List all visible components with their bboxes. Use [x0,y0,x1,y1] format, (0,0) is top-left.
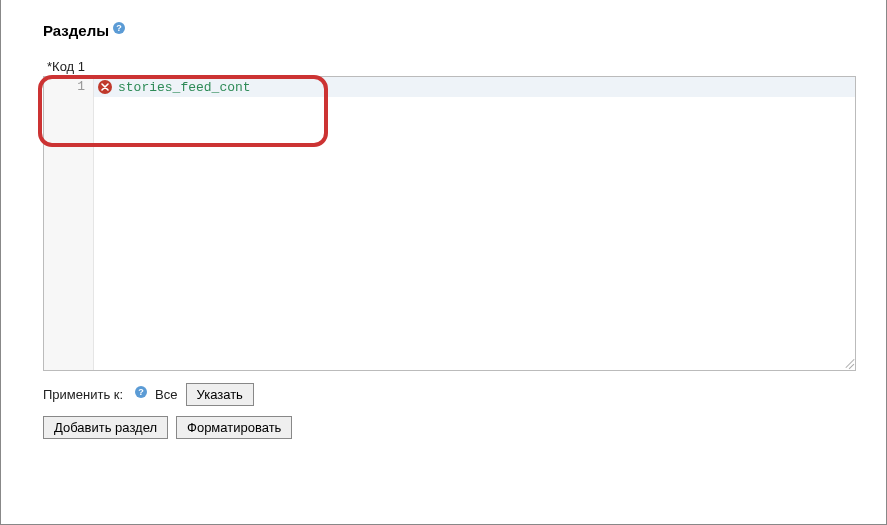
apply-to-value: Все [155,387,177,402]
specify-button[interactable]: Указать [186,383,254,406]
line-number: 1 [44,77,93,97]
error-icon [98,80,112,94]
apply-to-row: Применить к: ? Все Указать [43,383,856,406]
resize-handle-icon[interactable] [840,355,854,369]
apply-to-label: Применить к: [43,387,123,402]
help-icon[interactable]: ? [113,22,125,34]
help-icon[interactable]: ? [135,386,147,398]
section-header: Разделы ? [43,22,856,39]
code-label: *Код 1 [47,59,856,74]
code-text: stories_feed_cont [118,80,251,95]
editor-gutter: 1 [44,77,94,370]
code-line[interactable]: stories_feed_cont [94,77,855,97]
page-title: Разделы [43,22,109,39]
code-editor[interactable]: 1 stories_feed_cont [43,76,856,371]
format-button[interactable]: Форматировать [176,416,292,439]
add-section-button[interactable]: Добавить раздел [43,416,168,439]
action-buttons: Добавить раздел Форматировать [43,416,856,439]
